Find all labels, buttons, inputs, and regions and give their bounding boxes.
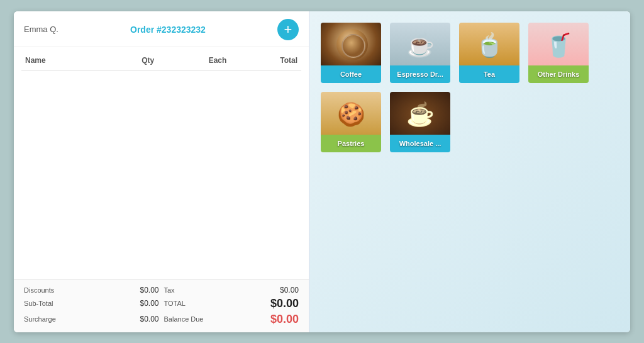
col-each: Each [158,53,230,70]
category-image-coffee [321,23,381,68]
balance-due-label: Balance Due [164,315,229,323]
category-card-espresso[interactable]: Espresso Dr... [389,21,452,84]
tax-value: $0.00 [234,286,299,295]
right-panel: CoffeeEspresso Dr...TeaOther DrinksPastr… [309,11,630,332]
category-label-tea: Tea [459,65,519,83]
totals-grid: Discounts $0.00 Tax $0.00 Sub-Total $0.0… [24,286,299,326]
customer-name: Emma Q. [24,25,58,34]
category-image-pastries [321,92,381,137]
category-label-wholesale: Wholesale ... [390,135,450,152]
category-image-other [528,23,589,68]
category-image-espresso [390,23,450,68]
category-card-wholesale[interactable]: Wholesale ... [389,91,452,154]
category-label-coffee: Coffee [321,65,381,83]
total-value: $0.00 [234,297,299,310]
surcharge-label: Surcharge [24,315,89,323]
total-label: TOTAL [164,300,229,307]
category-card-tea[interactable]: Tea [458,21,521,84]
col-qty: Qty [101,53,158,70]
order-header: Emma Q. Order #232323232 + [14,11,309,47]
order-number: Order #232323232 [130,25,206,35]
discounts-value: $0.00 [94,286,158,295]
category-label-espresso: Espresso Dr... [390,65,450,83]
order-table-wrapper: Name Qty Each Total [14,47,309,279]
order-table: Name Qty Each Total [21,53,301,70]
tax-label: Tax [164,286,229,294]
category-card-coffee[interactable]: Coffee [319,21,382,84]
subtotal-label: Sub-Total [24,300,89,307]
category-card-other[interactable]: Other Drinks [527,21,590,84]
col-name: Name [21,53,101,70]
footer-totals: Discounts $0.00 Tax $0.00 Sub-Total $0.0… [14,279,309,332]
category-label-pastries: Pastries [321,135,381,152]
category-image-wholesale [390,92,450,137]
left-panel: Emma Q. Order #232323232 + Name Qty Each… [14,11,309,332]
main-container: Emma Q. Order #232323232 + Name Qty Each… [14,11,630,332]
col-total: Total [230,53,301,70]
category-label-other: Other Drinks [528,65,589,83]
subtotal-value: $0.00 [94,299,158,308]
discounts-label: Discounts [24,286,89,294]
category-image-tea [459,23,519,68]
category-card-pastries[interactable]: Pastries [319,91,382,154]
surcharge-value: $0.00 [94,315,158,323]
balance-due-value: $0.00 [234,313,299,326]
category-grid: CoffeeEspresso Dr...TeaOther DrinksPastr… [319,21,620,154]
add-order-button[interactable]: + [277,19,299,40]
plus-icon: + [284,19,292,40]
